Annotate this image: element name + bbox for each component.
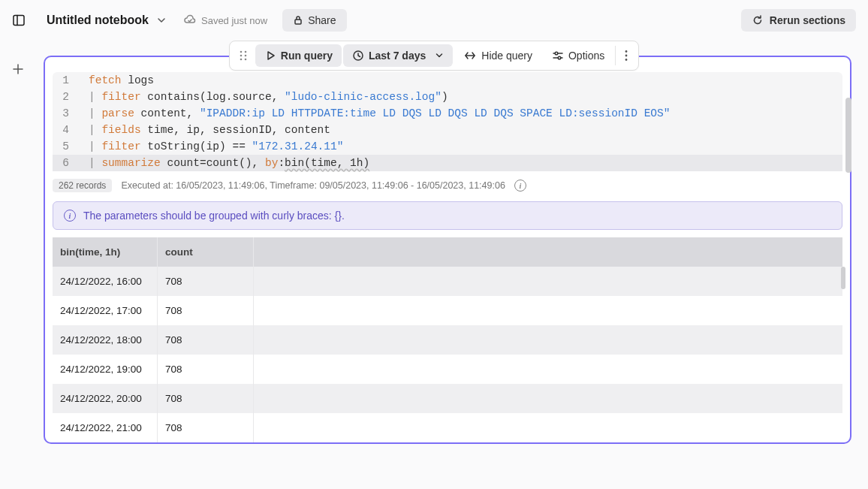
code-line[interactable]: 3| parse content, "IPADDR:ip LD HTTPDATE… xyxy=(53,105,842,122)
cell-empty xyxy=(254,384,842,413)
line-number: 4 xyxy=(53,122,75,138)
run-query-label: Run query xyxy=(281,50,333,62)
refresh-icon xyxy=(752,14,764,26)
table-row[interactable]: 24/12/2022, 16:00708 xyxy=(53,267,842,296)
cell-count: 708 xyxy=(158,267,254,296)
line-content[interactable]: | summarize count=count(), by:bin(time, … xyxy=(75,155,842,171)
cell-bin: 24/12/2022, 21:00 xyxy=(53,413,158,442)
line-content[interactable]: | parse content, "IPADDR:ip LD HTTPDATE:… xyxy=(75,105,842,122)
drag-handle-icon[interactable] xyxy=(233,44,254,67)
cell-count: 708 xyxy=(158,413,254,442)
svg-point-20 xyxy=(625,59,628,61)
sliders-icon xyxy=(552,50,564,62)
svg-point-19 xyxy=(625,55,628,57)
hint-banner: i The parameters should be grouped with … xyxy=(53,201,842,230)
cell-empty xyxy=(254,267,842,296)
table-row[interactable]: 24/12/2022, 21:00708 xyxy=(53,413,842,442)
svg-point-16 xyxy=(555,52,558,55)
cell-bin: 24/12/2022, 20:00 xyxy=(53,384,158,413)
table-row[interactable]: 24/12/2022, 18:00708 xyxy=(53,325,842,355)
sidebar-toggle-icon[interactable] xyxy=(12,14,26,27)
hide-query-button[interactable]: Hide query xyxy=(454,44,541,67)
svg-point-9 xyxy=(240,59,242,61)
info-icon: i xyxy=(64,210,76,222)
clock-icon xyxy=(352,50,364,62)
rerun-sections-button[interactable]: Rerun sections xyxy=(741,9,856,32)
more-vertical-icon xyxy=(625,50,628,62)
code-line[interactable]: 4| fields time, ip, sessionID, content xyxy=(53,122,842,138)
code-line[interactable]: 2| filter contains(log.source, "ludo-cli… xyxy=(53,89,842,105)
line-number: 2 xyxy=(53,89,75,105)
rerun-label: Rerun sections xyxy=(770,14,845,26)
column-header-empty xyxy=(254,237,842,267)
column-header-count[interactable]: count xyxy=(158,237,254,267)
info-icon[interactable]: i xyxy=(514,180,526,192)
share-label: Share xyxy=(308,14,336,26)
executed-text: Executed at: 16/05/2023, 11:49:06, Timef… xyxy=(121,180,505,191)
code-line[interactable]: 6| summarize count=count(), by:bin(time,… xyxy=(53,155,842,171)
line-number: 1 xyxy=(53,72,75,89)
share-button[interactable]: Share xyxy=(282,9,346,32)
time-range-label: Last 7 days xyxy=(369,50,426,62)
column-header-bin[interactable]: bin(time, 1h) xyxy=(53,237,158,267)
line-number: 5 xyxy=(53,138,75,155)
toolbar-divider xyxy=(615,46,616,65)
query-toolbar: Run query Last 7 days xyxy=(229,41,639,71)
app-header: Untitled notebook Saved just now Share xyxy=(0,0,868,41)
line-content[interactable]: | filter contains(log.source, "ludo-clin… xyxy=(75,89,842,105)
lock-icon xyxy=(293,15,303,26)
svg-point-6 xyxy=(244,51,246,53)
svg-point-17 xyxy=(558,56,561,59)
records-badge: 262 records xyxy=(53,179,112,192)
results-table: bin(time, 1h) count 24/12/2022, 16:00708… xyxy=(53,237,842,442)
chevron-down-icon[interactable] xyxy=(156,15,167,26)
code-editor[interactable]: 1fetch logs2| filter contains(log.source… xyxy=(53,72,842,171)
time-range-button[interactable]: Last 7 days xyxy=(343,44,453,67)
options-label: Options xyxy=(568,50,604,62)
table-body: 24/12/2022, 16:0070824/12/2022, 17:00708… xyxy=(53,267,842,442)
table-row[interactable]: 24/12/2022, 20:00708 xyxy=(53,384,842,413)
save-status: Saved just now xyxy=(183,14,267,27)
cell-count: 708 xyxy=(158,325,254,355)
page-scrollbar[interactable] xyxy=(845,98,854,489)
notebook-title[interactable]: Untitled notebook xyxy=(47,14,149,27)
run-query-button[interactable]: Run query xyxy=(255,44,342,67)
code-collapse-icon xyxy=(463,50,477,62)
cell-bin: 24/12/2022, 18:00 xyxy=(53,325,158,355)
code-line[interactable]: 5| filter toString(ip) == "172.31.24.11" xyxy=(53,138,842,155)
cell-count: 708 xyxy=(158,296,254,325)
svg-rect-0 xyxy=(14,16,24,26)
svg-rect-2 xyxy=(295,20,301,24)
svg-point-10 xyxy=(244,59,246,61)
query-meta: 262 records Executed at: 16/05/2023, 11:… xyxy=(45,171,850,198)
svg-marker-11 xyxy=(268,52,274,59)
page-scrollbar-thumb[interactable] xyxy=(845,98,851,173)
svg-point-18 xyxy=(625,50,628,53)
hint-text: The parameters should be grouped with cu… xyxy=(83,210,345,222)
line-content[interactable]: | fields time, ip, sessionID, content xyxy=(75,122,842,138)
cell-count: 708 xyxy=(158,384,254,413)
cell-empty xyxy=(254,413,842,442)
svg-point-8 xyxy=(244,55,246,57)
cell-bin: 24/12/2022, 16:00 xyxy=(53,267,158,296)
hide-query-label: Hide query xyxy=(481,50,532,62)
table-row[interactable]: 24/12/2022, 17:00708 xyxy=(53,296,842,325)
query-card: 1fetch logs2| filter contains(log.source… xyxy=(44,56,851,444)
line-content[interactable]: fetch logs xyxy=(75,72,842,89)
title-group: Untitled notebook xyxy=(47,14,167,27)
options-button[interactable]: Options xyxy=(543,44,613,67)
code-line[interactable]: 1fetch logs xyxy=(53,72,842,89)
chevron-down-icon xyxy=(435,51,444,60)
save-status-text: Saved just now xyxy=(201,15,267,26)
cell-count: 708 xyxy=(158,355,254,384)
more-button[interactable] xyxy=(617,44,635,67)
table-header-row: bin(time, 1h) count xyxy=(53,237,842,267)
cell-bin: 24/12/2022, 17:00 xyxy=(53,296,158,325)
line-content[interactable]: | filter toString(ip) == "172.31.24.11" xyxy=(75,138,842,155)
cell-empty xyxy=(254,296,842,325)
cloud-icon xyxy=(183,14,197,27)
play-icon xyxy=(264,50,276,62)
table-row[interactable]: 24/12/2022, 19:00708 xyxy=(53,355,842,384)
line-number: 6 xyxy=(53,155,75,171)
cell-bin: 24/12/2022, 19:00 xyxy=(53,355,158,384)
